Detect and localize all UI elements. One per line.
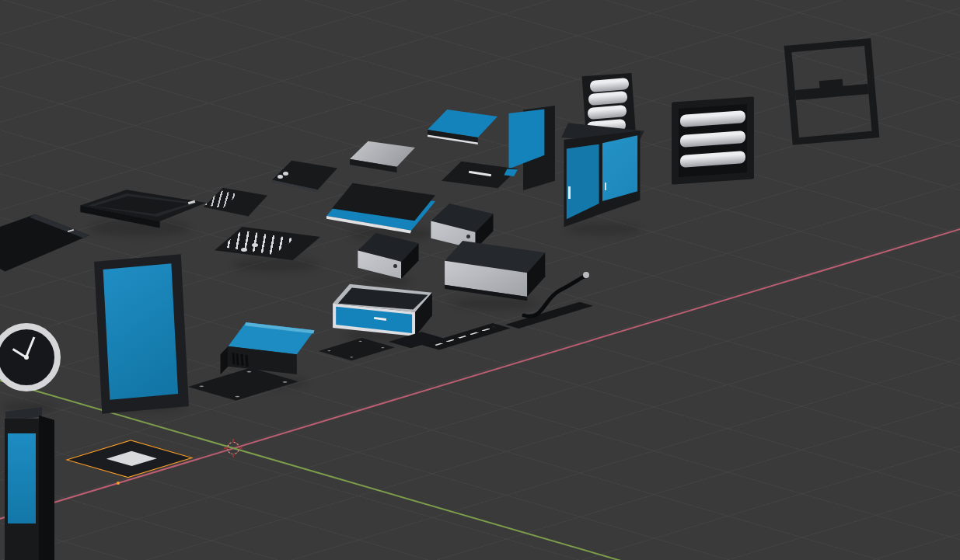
canopy-top-slab: [326, 177, 435, 238]
cabinet-handle-left: [568, 186, 571, 199]
cabinet-handle-right: [605, 183, 606, 190]
panel-screw: [198, 385, 204, 387]
cable-wire: [524, 277, 585, 316]
asset-canopy-blue[interactable]: [326, 177, 435, 238]
cursor-tick: [232, 439, 234, 443]
panel-screw: [235, 395, 241, 397]
ramp-vent-slot: [232, 353, 235, 364]
cursor-3d[interactable]: [224, 439, 243, 457]
asset-wall-panel-partial[interactable]: [0, 214, 89, 273]
asset-door-panel-blue[interactable]: [94, 256, 189, 412]
wedge-vent-body: [442, 158, 518, 195]
cursor-tick: [224, 447, 228, 449]
asset-floor-tray[interactable]: [78, 189, 206, 235]
asset-louver-awning-small[interactable]: [204, 185, 267, 221]
clock-hub: [24, 355, 29, 360]
asset-wedge-vent[interactable]: [442, 158, 518, 195]
selected-panel-origin-dot: [117, 482, 120, 485]
asset-wall-clock[interactable]: [0, 320, 70, 412]
asset-awning-gray[interactable]: [350, 138, 415, 174]
selected-panel-center-plate: [106, 451, 157, 466]
awning-dot: [278, 175, 283, 179]
asset-cabinet-double-blue[interactable]: [560, 120, 645, 231]
panel-screw: [349, 357, 354, 358]
door-panel-blue-face: [103, 263, 179, 399]
asset-ramp-blue[interactable]: [218, 317, 316, 384]
awning-dot: [241, 248, 247, 252]
viewport-3d[interactable]: [0, 0, 960, 560]
panel-screw: [358, 340, 363, 342]
panel-screw: [381, 347, 386, 349]
asset-lightbox-blue[interactable]: [330, 278, 435, 339]
panel-screw: [327, 350, 332, 352]
pillar-blue-stripe: [8, 433, 36, 523]
asset-pillar-blue[interactable]: [5, 412, 59, 560]
asset-ac-unit-small-1[interactable]: [354, 230, 421, 281]
ramp-vent-slot: [245, 355, 248, 367]
asset-awning-blue[interactable]: [428, 107, 497, 146]
cursor-tick: [239, 447, 243, 449]
ac-knob: [393, 264, 397, 268]
asset-louver-window[interactable]: [672, 99, 754, 182]
pillar-side: [39, 416, 54, 560]
asset-window-frame[interactable]: [784, 38, 880, 144]
awning-dot: [252, 243, 258, 247]
asset-cable[interactable]: [511, 263, 597, 325]
clock-ring: [0, 323, 61, 391]
asset-louver-awning-large[interactable]: [215, 221, 320, 266]
cursor-tick: [232, 454, 234, 457]
cable-connector: [583, 272, 589, 278]
